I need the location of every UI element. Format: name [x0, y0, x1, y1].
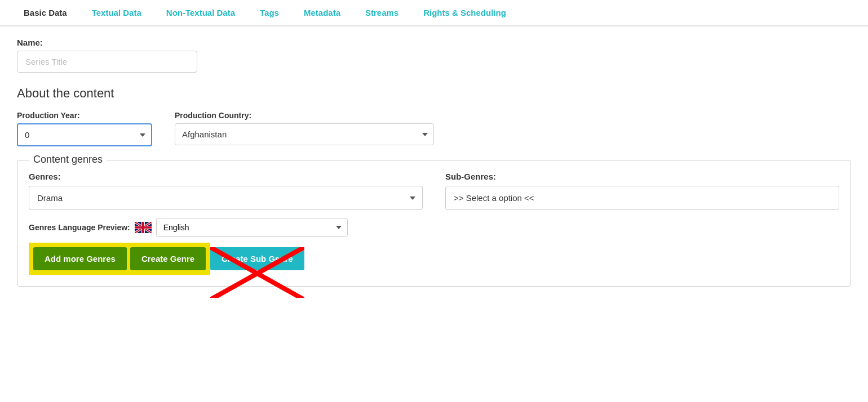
tab-textual-data[interactable]: Textual Data: [79, 0, 154, 26]
svg-rect-8: [135, 226, 152, 229]
main-content: Name: About the content Production Year:…: [0, 26, 868, 298]
production-country-label: Production Country:: [175, 111, 434, 120]
lang-preview-label: Genres Language Preview:: [29, 223, 130, 232]
production-country-select[interactable]: Afghanistan: [175, 123, 434, 145]
content-genres-box: Content genres Genres: Drama Genres Lang…: [17, 160, 851, 287]
production-country-group: Production Country: Afghanistan: [175, 111, 434, 146]
uk-flag-icon: [135, 222, 152, 233]
tab-streams[interactable]: Streams: [353, 0, 411, 26]
add-more-genres-button[interactable]: Add more Genres: [33, 247, 127, 270]
tab-non-textual-data[interactable]: Non-Textual Data: [154, 0, 247, 26]
genres-inner: Genres: Drama Genres Language Preview:: [29, 172, 839, 275]
genres-right: Sub-Genres: >> Select a option <<: [445, 172, 839, 210]
yellow-action-area: Add more Genres Create Genre: [29, 243, 210, 275]
genres-box-title: Content genres: [29, 154, 107, 166]
production-year-group: Production Year: 0: [17, 111, 152, 146]
subgenre-select[interactable]: >> Select a option <<: [445, 186, 839, 210]
production-fields: Production Year: 0 Production Country: A…: [17, 111, 851, 146]
tab-tags[interactable]: Tags: [247, 0, 291, 26]
genres-left: Genres: Drama Genres Language Preview:: [29, 172, 423, 275]
production-year-select[interactable]: 0: [17, 123, 152, 146]
tab-basic-data[interactable]: Basic Data: [11, 0, 79, 26]
name-input[interactable]: [17, 51, 197, 73]
create-genre-button[interactable]: Create Genre: [130, 247, 206, 270]
genres-label: Genres:: [29, 172, 423, 181]
lang-preview-row: Genres Language Preview:: [29, 218, 423, 237]
create-sub-genre-wrapper: Create Sub Genre: [210, 247, 304, 270]
genre-select[interactable]: Drama: [29, 186, 423, 210]
about-heading: About the content: [17, 86, 851, 101]
tab-rights-scheduling[interactable]: Rights & Scheduling: [411, 0, 519, 26]
name-label: Name:: [17, 38, 851, 47]
production-year-label: Production Year:: [17, 111, 152, 120]
tab-bar: Basic Data Textual Data Non-Textual Data…: [0, 0, 868, 26]
subgenres-label: Sub-Genres:: [445, 172, 839, 181]
create-sub-genre-button[interactable]: Create Sub Genre: [210, 247, 304, 270]
tab-metadata[interactable]: Metadata: [291, 0, 353, 26]
language-select[interactable]: English: [156, 218, 348, 237]
